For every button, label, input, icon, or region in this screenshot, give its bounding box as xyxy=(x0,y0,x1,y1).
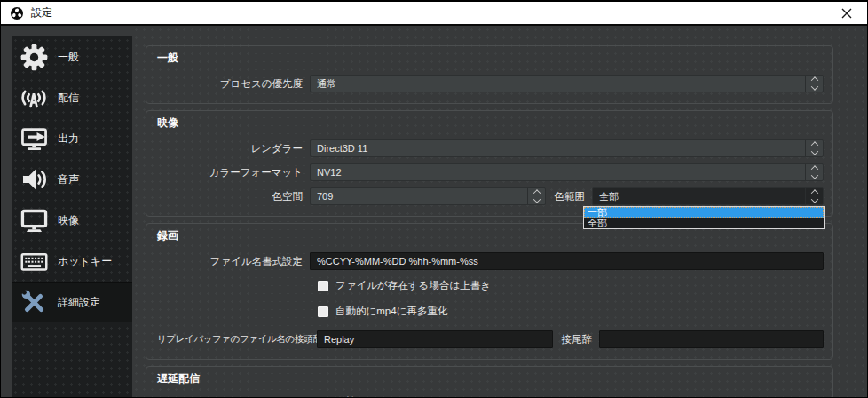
audio-icon xyxy=(19,164,49,195)
color-space-combobox[interactable]: 709 xyxy=(310,187,546,205)
group-general: 一般 プロセスの優先度 通常 xyxy=(146,45,833,104)
spinner-arrows-icon[interactable] xyxy=(805,76,823,92)
color-range-combobox[interactable]: 全部 xyxy=(592,187,824,205)
group-stream-delay: 遅延配信 有効にする xyxy=(146,366,833,398)
sidebar-item-label: 配信 xyxy=(58,91,79,106)
sidebar-item-video[interactable]: 映像 xyxy=(12,200,132,241)
process-priority-label: プロセスの優先度 xyxy=(157,77,310,91)
process-priority-combobox[interactable]: 通常 xyxy=(310,75,824,92)
settings-panel: 一般 プロセスの優先度 通常 映像 レンダラー Direct3D 11 xyxy=(132,26,867,397)
remux-checkbox-row: 自動的にmp4に再多重化 xyxy=(318,305,824,318)
replay-prefix-input[interactable] xyxy=(317,330,553,348)
sidebar-item-output[interactable]: 出力 xyxy=(12,118,132,159)
monitor-icon xyxy=(19,205,49,235)
color-space-label: 色空間 xyxy=(157,190,310,203)
sidebar-item-label: 一般 xyxy=(58,50,79,65)
group-title: 一般 xyxy=(157,51,824,66)
titlebar: 設定 xyxy=(1,1,867,26)
renderer-label: レンダラー xyxy=(157,142,310,155)
suffix-input[interactable] xyxy=(599,330,824,348)
suffix-label: 接尾辞 xyxy=(553,333,599,346)
group-video: 映像 レンダラー Direct3D 11 カラーフォーマット NV12 xyxy=(146,110,833,217)
tools-icon xyxy=(19,287,49,317)
content-area: 一般 配信 xyxy=(1,26,867,397)
sidebar-item-label: 音声 xyxy=(58,172,79,187)
sidebar-item-stream[interactable]: 配信 xyxy=(12,77,132,118)
sidebar-item-label: 詳細設定 xyxy=(58,295,100,310)
group-title: 映像 xyxy=(157,115,824,131)
gear-icon xyxy=(19,42,49,72)
spinner-arrows-icon[interactable] xyxy=(805,188,823,204)
settings-window: 設定 xyxy=(0,0,868,398)
sidebar-item-general[interactable]: 一般 xyxy=(12,36,132,77)
filename-format-input[interactable] xyxy=(310,252,824,270)
sidebar-item-advanced[interactable]: 詳細設定 xyxy=(12,282,132,322)
spinner-arrows-icon[interactable] xyxy=(805,164,823,180)
sidebar: 一般 配信 xyxy=(12,36,132,397)
color-format-label: カラーフォーマット xyxy=(157,166,310,179)
sidebar-item-audio[interactable]: 音声 xyxy=(12,159,132,200)
obs-logo-icon xyxy=(10,6,24,20)
color-range-dropdown: 一部 全部 xyxy=(583,206,825,229)
group-recording: 録画 ファイル名書式設定 ファイルが存在する場合は上書き 自動的にmp4に再多重… xyxy=(146,223,833,360)
overwrite-checkbox-label: ファイルが存在する場合は上書き xyxy=(335,279,491,292)
window-title: 設定 xyxy=(31,5,52,20)
color-range-label: 色範囲 xyxy=(546,190,592,203)
renderer-combobox[interactable]: Direct3D 11 xyxy=(310,139,824,157)
color-format-combobox[interactable]: NV12 xyxy=(310,163,824,181)
replay-prefix-label: リプレイバッファのファイル名の接頭辞 xyxy=(157,333,317,346)
group-title: 遅延配信 xyxy=(157,371,824,386)
sidebar-item-hotkeys[interactable]: ホットキー xyxy=(12,241,132,282)
overwrite-checkbox-row: ファイルが存在する場合は上書き xyxy=(318,279,824,292)
sidebar-item-label: ホットキー xyxy=(58,254,112,269)
output-icon xyxy=(19,123,49,154)
group-title: 録画 xyxy=(157,228,824,243)
broadcast-icon xyxy=(19,83,49,113)
sidebar-item-label: 出力 xyxy=(58,131,79,147)
remux-checkbox[interactable] xyxy=(318,306,328,317)
dropdown-option-partial[interactable]: 一部 xyxy=(584,207,824,218)
overwrite-checkbox[interactable] xyxy=(318,281,328,291)
spinner-arrows-icon[interactable] xyxy=(805,140,823,156)
dropdown-option-full[interactable]: 全部 xyxy=(584,218,824,228)
remux-checkbox-label: 自動的にmp4に再多重化 xyxy=(335,305,447,318)
filename-format-label: ファイル名書式設定 xyxy=(157,255,310,268)
spinner-arrows-icon[interactable] xyxy=(527,188,545,204)
close-icon[interactable] xyxy=(835,4,858,23)
keyboard-icon xyxy=(19,246,49,276)
sidebar-item-label: 映像 xyxy=(58,213,79,228)
